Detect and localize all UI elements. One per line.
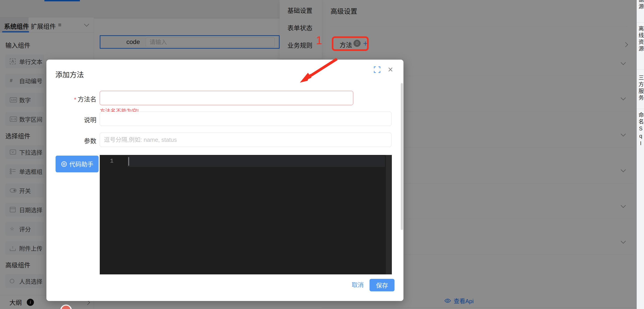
strip-tab-offline-resources[interactable]: 离线资源 [638, 26, 644, 53]
annotation-arrow [297, 56, 342, 88]
code-assistant-button[interactable]: 代码助手 [56, 156, 99, 172]
editor-line-number: 1 [110, 158, 114, 164]
modal-scrollbar-thumb[interactable] [401, 83, 403, 230]
app-root: 系统组件 扩展组件 ≡ 输入组件 A 单行文本 # 自动编号 123 数字 1~… [0, 0, 644, 309]
editor-cursor [128, 157, 129, 166]
annotation-highlight-box [332, 36, 369, 51]
save-button[interactable]: 保存 [370, 279, 394, 291]
editor-active-line [128, 156, 385, 167]
cancel-button[interactable]: 取消 [352, 280, 364, 289]
params-input[interactable] [100, 133, 392, 147]
divider [637, 69, 644, 70]
method-name-input[interactable] [100, 91, 353, 105]
params-label: 参数 [48, 136, 96, 145]
add-method-modal: 添加方法 × *方法名 方法名不能为空! 说明 参数 代码助手 1 取消 保存 [46, 60, 404, 301]
close-icon[interactable]: × [388, 65, 393, 75]
editor-scrollbar[interactable] [386, 155, 392, 274]
strip-tab-third-party-services[interactable]: 三方服务 [638, 75, 644, 102]
right-dock-strip: 数据源 离线资源 三方服务 命名Sql [637, 0, 644, 309]
strip-tab-data-source[interactable]: 数据源 [638, 0, 644, 10]
assistant-icon [61, 161, 67, 167]
annotation-step-number: 1 [316, 34, 322, 47]
description-label: 说明 [48, 115, 96, 124]
description-input[interactable] [100, 112, 392, 126]
strip-tab-named-sql[interactable]: 命名Sql [638, 112, 644, 148]
modal-title: 添加方法 [55, 69, 84, 79]
divider [637, 22, 644, 23]
method-name-label: *方法名 [48, 94, 96, 103]
fullscreen-icon[interactable] [374, 66, 380, 74]
code-editor[interactable]: 1 [100, 155, 392, 274]
